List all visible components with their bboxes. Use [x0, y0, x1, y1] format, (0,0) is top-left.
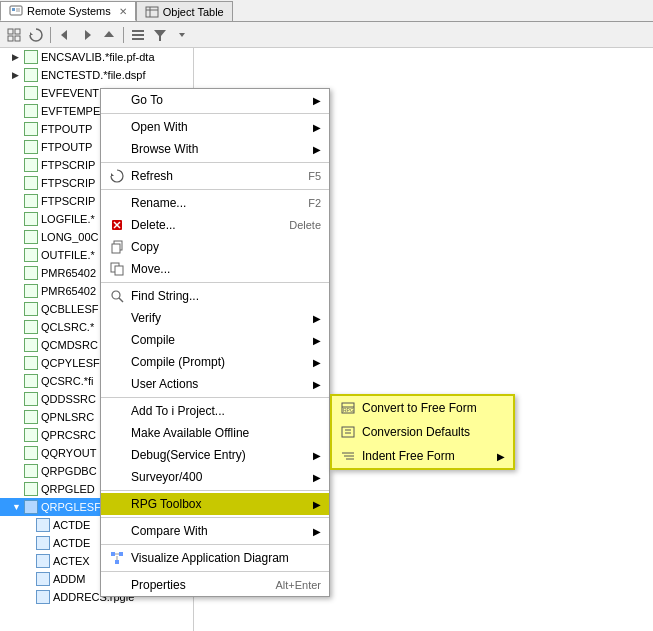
svg-rect-32: [115, 560, 119, 564]
file-icon: [24, 50, 38, 64]
tree-arrow: ▶: [12, 466, 22, 476]
submenu-arrow-icon: ▶: [313, 95, 321, 106]
menu-compare-with[interactable]: Compare With ▶: [101, 520, 329, 542]
menu-user-actions[interactable]: User Actions ▶: [101, 373, 329, 395]
menu-compile-prompt[interactable]: Compile (Prompt) ▶: [101, 351, 329, 373]
file-icon: [24, 266, 38, 280]
svg-rect-4: [146, 7, 158, 17]
collapse-all-btn[interactable]: [4, 25, 24, 45]
file-icon: [24, 500, 38, 514]
menu-find-string[interactable]: Find String...: [101, 285, 329, 307]
tab-close-icon[interactable]: ✕: [119, 6, 127, 17]
tree-label: ACTEX: [53, 555, 90, 567]
menu-rpg-toolbox[interactable]: RPG Toolbox ▶: [101, 493, 329, 515]
svg-rect-1: [12, 8, 15, 11]
tree-label: QCBLLESF: [41, 303, 98, 315]
svg-rect-30: [111, 552, 115, 556]
back-btn[interactable]: [55, 25, 75, 45]
menu-open-with-label: Open With: [131, 120, 309, 134]
tree-arrow: ▶: [12, 70, 22, 80]
svg-marker-11: [30, 32, 33, 35]
menu-properties[interactable]: Properties Alt+Enter: [101, 574, 329, 596]
svg-text:RPG: RPG: [343, 407, 354, 413]
convert-free-label: Convert to Free Form: [362, 401, 505, 415]
svg-rect-16: [132, 34, 144, 36]
tree-arrow: ▶: [24, 520, 34, 530]
menu-visualize-label: Visualize Application Diagram: [131, 551, 321, 565]
file-icon: [24, 158, 38, 172]
menu-compile[interactable]: Compile ▶: [101, 329, 329, 351]
menu-open-with[interactable]: Open With ▶: [101, 116, 329, 138]
filter-btn[interactable]: [150, 25, 170, 45]
tree-arrow: ▶: [12, 250, 22, 260]
svg-rect-25: [112, 244, 120, 253]
menu-move[interactable]: Move...: [101, 258, 329, 280]
forward-btn[interactable]: [77, 25, 97, 45]
menu-find-string-label: Find String...: [131, 289, 321, 303]
svg-rect-10: [15, 36, 20, 41]
svg-rect-15: [132, 30, 144, 32]
dropdown-btn[interactable]: [172, 25, 192, 45]
tree-label: FTPSCRIP: [41, 177, 95, 189]
tab-object-table[interactable]: Object Table: [136, 1, 233, 21]
file-icon: [24, 338, 38, 352]
indent-free-icon: [340, 448, 356, 464]
tab-bar: Remote Systems ✕ Object Table: [0, 0, 653, 22]
menu-goto-label: Go To: [131, 93, 309, 107]
submenu-arrow-icon: ▶: [313, 526, 321, 537]
file-icon: [24, 230, 38, 244]
submenu-arrow-icon: ▶: [313, 313, 321, 324]
menu-visualize[interactable]: Visualize Application Diagram: [101, 547, 329, 569]
rename-icon: [109, 195, 125, 211]
properties-icon: [109, 577, 125, 593]
tree-label: ACTDE: [53, 537, 90, 549]
tree-label: QRPGLESF: [41, 501, 101, 513]
file-icon: [36, 554, 50, 568]
menu-verify[interactable]: Verify ▶: [101, 307, 329, 329]
svg-line-29: [119, 298, 123, 302]
file-icon: [24, 446, 38, 460]
browse-with-icon: [109, 141, 125, 157]
remote-systems-tab-icon: [9, 4, 23, 18]
tree-arrow: ▼: [12, 502, 22, 512]
menu-refresh[interactable]: Refresh F5: [101, 165, 329, 187]
submenu-arrow-icon: ▶: [497, 451, 505, 462]
view-btn[interactable]: [128, 25, 148, 45]
refresh-shortcut: F5: [308, 170, 321, 182]
menu-sep-4: [101, 282, 329, 283]
svg-rect-7: [8, 29, 13, 34]
menu-delete[interactable]: Delete... Delete: [101, 214, 329, 236]
tree-label: LONG_00C: [41, 231, 98, 243]
menu-make-available[interactable]: Make Available Offline: [101, 422, 329, 444]
file-icon: [24, 464, 38, 478]
svg-rect-31: [119, 552, 123, 556]
tree-item-encsavlib[interactable]: ▶ ENCSAVLIB.*file.pf-dta: [0, 48, 193, 66]
file-icon: [24, 176, 38, 190]
menu-surveyor[interactable]: Surveyor/400 ▶: [101, 466, 329, 488]
tree-arrow: ▶: [12, 304, 22, 314]
menu-browse-with-label: Browse With: [131, 142, 309, 156]
menu-add-to-i[interactable]: Add To i Project...: [101, 400, 329, 422]
tab-object-table-label: Object Table: [163, 6, 224, 18]
submenu-indent-free[interactable]: Indent Free Form ▶: [332, 444, 513, 468]
tree-item-enctestd[interactable]: ▶ ENCTESTD.*file.dspf: [0, 66, 193, 84]
menu-goto[interactable]: Go To ▶: [101, 89, 329, 111]
submenu-arrow-icon: ▶: [313, 122, 321, 133]
visualize-icon: [109, 550, 125, 566]
menu-debug[interactable]: Debug(Service Entry) ▶: [101, 444, 329, 466]
menu-browse-with[interactable]: Browse With ▶: [101, 138, 329, 160]
svg-marker-18: [154, 30, 166, 41]
menu-copy[interactable]: Copy: [101, 236, 329, 258]
tree-label: LOGFILE.*: [41, 213, 95, 225]
svg-rect-27: [115, 266, 123, 275]
tree-arrow: ▶: [12, 394, 22, 404]
submenu-convert-free[interactable]: RPG Convert to Free Form: [332, 396, 513, 420]
menu-sep-2: [101, 162, 329, 163]
menu-sep-1: [101, 113, 329, 114]
submenu-conv-defaults[interactable]: Conversion Defaults: [332, 420, 513, 444]
submenu-arrow-icon: ▶: [313, 499, 321, 510]
up-btn[interactable]: [99, 25, 119, 45]
menu-rename[interactable]: Rename... F2: [101, 192, 329, 214]
tab-remote-systems[interactable]: Remote Systems ✕: [0, 1, 136, 21]
refresh-btn[interactable]: [26, 25, 46, 45]
